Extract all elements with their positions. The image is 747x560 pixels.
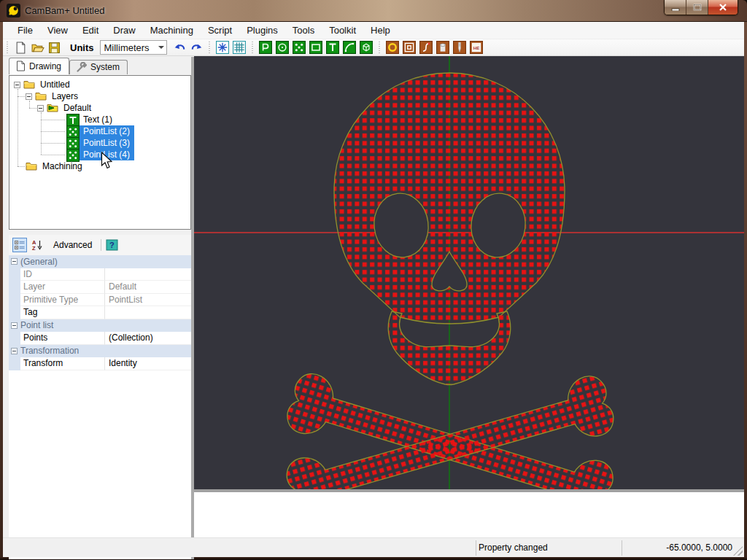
units-combobox[interactable]: Millimeters xyxy=(100,40,167,55)
mop-profile-icon[interactable] xyxy=(436,41,450,55)
menu-item-file[interactable]: File xyxy=(10,23,40,38)
tree-item-label: PointList (3) xyxy=(81,137,132,149)
property-row-tag[interactable]: Tag xyxy=(9,306,191,319)
property-value[interactable]: Default xyxy=(105,281,191,294)
help-button[interactable]: ? xyxy=(104,238,119,252)
tab-system-label: System xyxy=(90,62,120,72)
menu-item-plugins[interactable]: Plugins xyxy=(239,23,285,38)
app-logo-icon xyxy=(7,4,20,18)
title-bar[interactable]: CamBam+ Untitled xyxy=(0,0,747,22)
toolbar-grip[interactable] xyxy=(6,42,9,53)
maximize-button[interactable] xyxy=(686,0,708,15)
category-collapse-icon[interactable] xyxy=(11,258,18,265)
tree-expander-icon[interactable] xyxy=(26,93,32,100)
menu-item-script[interactable]: Script xyxy=(201,23,239,38)
draw-arc-icon[interactable] xyxy=(343,41,357,55)
new-file-icon[interactable] xyxy=(14,41,28,55)
advanced-button[interactable]: Advanced xyxy=(53,240,92,250)
menu-item-machining[interactable]: Machining xyxy=(143,23,201,38)
selected-highlight: PointList (2) xyxy=(66,125,134,137)
tree-item-pointlist-2[interactable]: PointList (2) xyxy=(66,125,134,137)
property-value[interactable] xyxy=(105,268,191,281)
draw-circle-icon[interactable] xyxy=(276,41,290,55)
draw-pointlist-icon[interactable] xyxy=(293,41,306,55)
tree-item-pointlist-3[interactable]: PointList (3) xyxy=(66,137,134,149)
toolbar-grip[interactable] xyxy=(208,42,212,53)
mop-post-icon[interactable]: HE xyxy=(470,41,484,55)
draw-surface-icon[interactable] xyxy=(360,41,374,55)
menu-item-help[interactable]: Help xyxy=(363,23,398,38)
property-row-points[interactable]: Points(Collection) xyxy=(9,332,191,345)
category-indent-strip xyxy=(9,332,20,345)
draw-text-icon[interactable] xyxy=(326,41,340,55)
alphabetical-sort-button[interactable]: AZ xyxy=(30,238,44,252)
tree-item-label: Text (1) xyxy=(81,114,115,125)
redo-icon[interactable] xyxy=(190,41,204,55)
machining-tool-group: HE xyxy=(384,41,485,55)
tree-connector xyxy=(18,166,25,167)
tree-item-machining[interactable]: Machining xyxy=(26,160,85,172)
folder-icon xyxy=(35,90,47,102)
tree-connector xyxy=(41,131,65,132)
tree-expander-icon[interactable] xyxy=(37,105,44,112)
resize-grip[interactable] xyxy=(733,546,743,556)
tree-item-text-1[interactable]: Text (1) xyxy=(66,114,115,125)
category-collapse-icon[interactable] xyxy=(11,322,18,329)
snap-grid-icon[interactable] xyxy=(233,41,247,55)
drawing-canvas[interactable] xyxy=(194,56,744,489)
category-label: (General) xyxy=(20,257,58,267)
tree-expander-icon[interactable] xyxy=(14,82,20,88)
mop-drillbit-icon[interactable] xyxy=(453,41,467,55)
units-value: Millimeters xyxy=(104,42,150,53)
categorized-view-button[interactable] xyxy=(12,238,27,252)
app-window: CamBam+ Untitled FileViewEditDrawMachini… xyxy=(0,0,747,560)
menu-item-toolkit[interactable]: Toolkit xyxy=(322,23,363,38)
category-collapse-icon[interactable] xyxy=(11,348,18,354)
toolbar-grip[interactable] xyxy=(251,42,255,53)
svg-text:HE: HE xyxy=(473,45,480,50)
tab-drawing[interactable]: Drawing xyxy=(9,58,69,74)
property-category-transformation[interactable]: Transformation xyxy=(9,345,191,358)
undo-icon[interactable] xyxy=(173,41,187,55)
property-row-transform[interactable]: TransformIdentity xyxy=(9,357,191,370)
category-label: Point list xyxy=(20,320,53,330)
snap-points-icon[interactable] xyxy=(216,41,230,55)
tree-item-default[interactable]: Default xyxy=(37,102,93,114)
property-name: Points xyxy=(20,332,105,345)
tab-system[interactable]: System xyxy=(69,60,128,74)
property-value[interactable] xyxy=(105,306,191,319)
minimize-button[interactable] xyxy=(665,0,686,15)
tree-item-untitled[interactable]: Untitled xyxy=(14,79,72,90)
drawing-tree: UntitledLayersDefaultText (1)PointList (… xyxy=(9,75,191,230)
status-message: Property changed xyxy=(479,542,548,553)
property-category-general[interactable]: (General) xyxy=(9,255,191,268)
open-file-icon[interactable] xyxy=(31,41,44,55)
mop-drill-icon[interactable] xyxy=(386,41,400,55)
wrench-icon xyxy=(76,62,87,73)
close-button[interactable] xyxy=(708,0,738,15)
property-row-layer[interactable]: LayerDefault xyxy=(9,281,191,294)
property-grid-toolbar: AZ Advanced ? xyxy=(9,235,191,255)
toolbar-grip[interactable] xyxy=(378,42,382,53)
draw-rectangle-icon[interactable] xyxy=(309,41,323,55)
property-row-primitive-type[interactable]: Primitive TypePointList xyxy=(9,294,191,307)
property-value[interactable]: (Collection) xyxy=(105,332,191,345)
menu-item-tools[interactable]: Tools xyxy=(285,23,322,38)
property-category-point-list[interactable]: Point list xyxy=(9,319,191,332)
mop-engrave-icon[interactable] xyxy=(419,41,433,55)
category-indent-strip xyxy=(9,268,20,281)
save-icon[interactable] xyxy=(47,41,61,55)
tree-connector xyxy=(41,143,65,144)
property-row-id[interactable]: ID xyxy=(9,268,191,281)
menu-item-draw[interactable]: Draw xyxy=(106,23,142,38)
property-value[interactable]: PointList xyxy=(105,294,191,307)
property-name: Layer xyxy=(20,281,105,294)
menu-item-edit[interactable]: Edit xyxy=(75,23,106,38)
property-value[interactable]: Identity xyxy=(105,357,191,370)
folder-icon xyxy=(26,160,37,172)
tree-item-layers[interactable]: Layers xyxy=(26,90,80,102)
menu-item-view[interactable]: View xyxy=(40,23,75,38)
draw-polyline-icon[interactable] xyxy=(259,41,273,55)
cursor-coordinates: -65.0000, 5.0000 xyxy=(666,542,732,553)
mop-pocket-icon[interactable] xyxy=(403,41,417,55)
